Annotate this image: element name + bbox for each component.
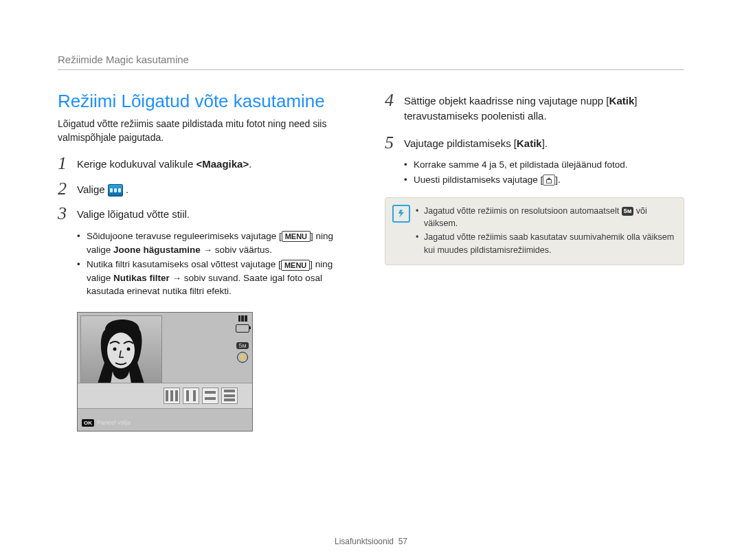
t: ]. bbox=[542, 137, 548, 149]
step-number: 2 bbox=[58, 179, 77, 199]
breadcrumb: Režiimide Magic kasutamine bbox=[58, 54, 684, 70]
step3-bullet-2: Nutika filtri kasutamiseks osal võttest … bbox=[77, 258, 357, 298]
note-item-2: Jagatud võtte režiimis saab kasutatav su… bbox=[416, 231, 675, 256]
resolution-chip: 5м bbox=[622, 207, 634, 216]
layout-option-3col bbox=[164, 388, 180, 404]
t: Katik bbox=[517, 137, 542, 149]
t: Nutika filtri kasutamiseks osal võttest … bbox=[87, 259, 281, 269]
note-item-1: Jagatud võtte režiimis on resolutsioon a… bbox=[416, 205, 675, 229]
step5-bullet-1: Korrake samme 4 ja 5, et pildistada ülej… bbox=[404, 158, 684, 172]
step-3: 3 Valige lõigatud võtte stiil. bbox=[58, 204, 357, 224]
step-1: 1 Kerige kodukuval valikule <Maagika>. bbox=[58, 154, 357, 174]
layout-option-2row bbox=[202, 388, 218, 404]
manual-page: Režiimide Magic kasutamine Režiimi Lõiga… bbox=[0, 0, 742, 432]
camera-ok-hint: OK Paneel välja bbox=[82, 419, 131, 427]
step-number: 3 bbox=[58, 204, 77, 224]
layout-option-3row bbox=[221, 388, 238, 404]
step3-bullet-1: Sõidujoone teravuse reguleerimiseks vaju… bbox=[77, 229, 357, 256]
menu-chip: MENU bbox=[282, 231, 311, 242]
ok-label: Paneel välja bbox=[97, 419, 131, 426]
t: Nutikas filter bbox=[113, 273, 170, 283]
step2-a: Valige bbox=[77, 183, 108, 195]
resolution-badge: 5м bbox=[236, 342, 248, 349]
step-2: 2 Valige . bbox=[58, 179, 357, 199]
layout-option-2col bbox=[183, 388, 199, 404]
step-3-bullets: Sõidujoone teravuse reguleerimiseks vaju… bbox=[77, 229, 357, 298]
layout-template-strip bbox=[78, 383, 252, 409]
svg-point-2 bbox=[127, 347, 131, 350]
t: Katik bbox=[609, 95, 635, 107]
home-icon bbox=[543, 175, 555, 186]
intro-text: Lõigatud võtte režiimis saate pildistada… bbox=[58, 117, 357, 144]
step-number: 4 bbox=[385, 91, 404, 111]
note-list: Jagatud võtte režiimis on resolutsioon a… bbox=[416, 205, 675, 256]
svg-point-1 bbox=[113, 347, 117, 350]
camera-status-icons: 5м ⚡ bbox=[236, 315, 249, 363]
step1-a: Kerige kodukuval valikule bbox=[77, 158, 196, 170]
step2-c: . bbox=[126, 183, 128, 195]
battery-icon bbox=[236, 324, 249, 333]
step1-b: <Maagika> bbox=[196, 158, 249, 170]
t: → sobiv väärtus. bbox=[201, 245, 272, 255]
step-4: 4 Sättige objekt kaadrisse ning vajutage… bbox=[385, 91, 684, 124]
t: Uuesti pildistamiseks vajutage [ bbox=[414, 175, 543, 185]
t: Jagatud võtte režiimis on resolutsioon a… bbox=[424, 206, 622, 216]
step1-c: . bbox=[249, 158, 251, 170]
t: Joone hägustamine bbox=[113, 245, 201, 255]
step-text: Valige lõigatud võtte stiil. bbox=[77, 204, 190, 222]
right-column: 4 Sättige objekt kaadrisse ning vajutage… bbox=[385, 91, 684, 432]
step-number: 5 bbox=[385, 133, 404, 153]
flash-icon: ⚡ bbox=[237, 352, 248, 363]
step-text: Kerige kodukuval valikule <Maagika>. bbox=[77, 154, 251, 172]
signal-icon bbox=[238, 315, 247, 322]
menu-chip: MENU bbox=[281, 260, 310, 271]
t: Vajutage pildistamiseks [ bbox=[404, 137, 517, 149]
step-text: Valige . bbox=[77, 179, 128, 197]
step-text: Sättige objekt kaadrisse ning vajutage n… bbox=[404, 91, 684, 124]
step-5-bullets: Korrake samme 4 ja 5, et pildistada ülej… bbox=[404, 158, 684, 186]
t: ]. bbox=[555, 175, 561, 185]
step-5-wrapper: 5 Vajutage pildistamiseks [Katik]. Korra… bbox=[385, 133, 684, 187]
split-shot-icon bbox=[108, 184, 123, 197]
step5-bullet-2: Uuesti pildistamiseks vajutage []. bbox=[404, 173, 684, 187]
info-icon bbox=[392, 205, 410, 223]
step-number: 1 bbox=[58, 154, 77, 174]
step-3-wrapper: 3 Valige lõigatud võtte stiil. Sõidujoon… bbox=[58, 204, 357, 298]
step-text: Vajutage pildistamiseks [Katik]. bbox=[404, 133, 548, 151]
ok-chip: OK bbox=[82, 419, 94, 427]
t: Sõidujoone teravuse reguleerimiseks vaju… bbox=[87, 231, 282, 241]
footer-section: Lisafunktsioonid bbox=[335, 537, 394, 546]
left-column: Režiimi Lõigatud võte kasutamine Lõigatu… bbox=[58, 91, 357, 432]
section-title: Režiimi Lõigatud võte kasutamine bbox=[58, 91, 357, 112]
camera-screenshot: 5м ⚡ OK Paneel välja bbox=[77, 312, 253, 432]
page-footer: Lisafunktsioonid 57 bbox=[0, 537, 742, 546]
info-note-box: Jagatud võtte režiimis on resolutsioon a… bbox=[385, 197, 684, 265]
t: Sättige objekt kaadrisse ning vajutage n… bbox=[404, 95, 609, 107]
footer-page-number: 57 bbox=[398, 537, 407, 546]
step-5: 5 Vajutage pildistamiseks [Katik]. bbox=[385, 133, 684, 153]
two-column-layout: Režiimi Lõigatud võte kasutamine Lõigatu… bbox=[58, 91, 684, 432]
